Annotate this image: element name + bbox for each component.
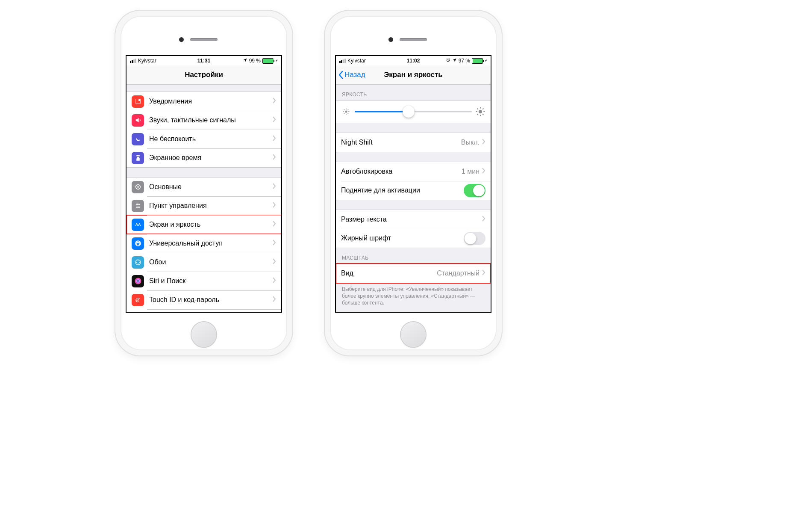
settings-row-sos[interactable]: SOSЭкстренный вызов — SOS — [127, 309, 281, 312]
chevron-right-icon — [273, 221, 276, 228]
svg-line-41 — [348, 110, 349, 110]
chevron-right-icon — [273, 116, 276, 124]
text-size-row[interactable]: Размер текста — [336, 210, 491, 229]
autolock-row[interactable]: Автоблокировка 1 мин — [336, 162, 491, 181]
svg-point-26 — [135, 278, 141, 284]
home-button[interactable] — [191, 322, 216, 347]
settings-row-accessibility[interactable]: Универсальный доступ — [127, 234, 281, 253]
siri-icon — [132, 275, 144, 287]
page-title: Экран и яркость — [384, 71, 443, 79]
chevron-right-icon — [273, 296, 276, 304]
control-icon — [132, 200, 144, 212]
settings-row-sounds[interactable]: Звуки, тактильные сигналы — [127, 111, 281, 130]
display-content[interactable]: ЯРКОСТЬ Night Shift Выкл. — [336, 85, 491, 312]
settings-row-notifications[interactable]: Уведомления — [127, 92, 281, 111]
settings-row-dnd[interactable]: Не беспокоить — [127, 130, 281, 148]
clock-label: 11:02 — [336, 58, 491, 64]
row-label: Универсальный доступ — [149, 240, 273, 247]
sounds-icon — [132, 114, 144, 127]
settings-row-wallpaper[interactable]: Обои — [127, 253, 281, 272]
bold-text-row: Жирный шрифт — [336, 229, 491, 248]
earpiece — [190, 38, 218, 41]
svg-point-22 — [137, 260, 138, 261]
autolock-label: Автоблокировка — [341, 168, 462, 175]
accessibility-icon — [132, 237, 144, 250]
row-label: Touch ID и код-пароль — [149, 296, 273, 304]
view-row[interactable]: Вид Стандартный — [336, 264, 491, 283]
settings-row-screentime[interactable]: Экранное время — [127, 148, 281, 167]
svg-line-38 — [344, 110, 345, 110]
night-shift-value: Выкл. — [461, 139, 480, 146]
svg-line-50 — [482, 109, 483, 110]
svg-point-42 — [479, 110, 482, 113]
front-camera — [388, 37, 393, 42]
screentime-icon — [132, 152, 144, 164]
back-button[interactable]: Назад — [338, 71, 365, 79]
row-label: Основные — [149, 183, 273, 191]
svg-point-23 — [139, 262, 140, 263]
row-label: Обои — [149, 258, 273, 266]
dnd-icon — [132, 133, 144, 145]
bold-label: Жирный шрифт — [341, 234, 464, 242]
row-label: Siri и Поиск — [149, 277, 273, 285]
chevron-right-icon — [273, 202, 276, 210]
status-bar: Kyivstar 11:02 97 % ⚡︎ — [336, 56, 491, 65]
settings-row-touchid[interactable]: Touch ID и код-пароль — [127, 290, 281, 309]
settings-row-siri[interactable]: Siri и Поиск — [127, 272, 281, 290]
raise-label: Поднятие для активации — [341, 186, 464, 194]
svg-line-12 — [136, 188, 137, 189]
chevron-right-icon — [482, 269, 485, 277]
svg-line-47 — [477, 109, 478, 110]
screen-left: Kyivstar 11:31 99 % ⚡︎ Настройки Уведомл… — [126, 55, 282, 313]
svg-line-10 — [136, 185, 137, 186]
autolock-value: 1 мин — [462, 168, 480, 175]
raise-switch[interactable] — [464, 184, 485, 197]
row-label: Пункт управления — [149, 202, 273, 210]
back-label: Назад — [344, 71, 365, 79]
brightness-header: ЯРКОСТЬ — [336, 85, 491, 100]
zoom-footer: Выберите вид для iPhone: «Увеличенный» п… — [336, 283, 491, 308]
raise-to-wake-row: Поднятие для активации — [336, 181, 491, 200]
svg-point-17 — [138, 206, 140, 208]
wallpaper-icon — [132, 256, 144, 269]
svg-line-13 — [139, 185, 140, 186]
brightness-slider[interactable] — [355, 106, 472, 118]
settings-content[interactable]: УведомленияЗвуки, тактильные сигналыНе б… — [127, 85, 281, 312]
night-shift-label: Night Shift — [341, 139, 461, 146]
general-icon — [132, 181, 144, 193]
battery-icon — [262, 58, 274, 64]
chevron-right-icon — [482, 139, 485, 146]
night-shift-row[interactable]: Night Shift Выкл. — [336, 133, 491, 152]
chevron-right-icon — [273, 98, 276, 105]
settings-row-control[interactable]: Пункт управления — [127, 196, 281, 215]
brightness-slider-row — [336, 101, 491, 123]
home-button[interactable] — [401, 322, 426, 347]
text-size-label: Размер текста — [341, 216, 482, 223]
front-camera — [179, 37, 184, 42]
svg-line-48 — [482, 114, 483, 115]
screen-right: Kyivstar 11:02 97 % ⚡︎ Назад Экра — [335, 55, 491, 313]
svg-line-40 — [344, 113, 345, 114]
chevron-right-icon — [273, 240, 276, 247]
chevron-right-icon — [273, 135, 276, 143]
row-label: Экран и яркость — [149, 221, 273, 228]
bold-switch[interactable] — [464, 232, 485, 245]
nav-bar: Назад Экран и яркость — [336, 65, 491, 85]
chevron-right-icon — [482, 168, 485, 175]
settings-row-general[interactable]: Основные — [127, 178, 281, 196]
nav-bar: Настройки — [127, 65, 281, 85]
status-bar: Kyivstar 11:31 99 % ⚡︎ — [127, 56, 281, 65]
notifications-icon — [132, 95, 144, 108]
settings-row-display[interactable]: AAЭкран и яркость — [127, 215, 281, 234]
svg-point-5 — [137, 186, 139, 188]
svg-line-39 — [348, 113, 349, 114]
chevron-right-icon — [273, 258, 276, 266]
zoom-header: МАСШТАБ — [336, 248, 491, 263]
battery-icon — [472, 58, 483, 64]
clock-label: 11:31 — [127, 58, 281, 64]
view-value: Стандартный — [437, 269, 480, 277]
page-title: Настройки — [185, 71, 223, 79]
svg-text:AA: AA — [135, 222, 141, 227]
chevron-right-icon — [273, 154, 276, 162]
row-label: Звуки, тактильные сигналы — [149, 116, 273, 124]
